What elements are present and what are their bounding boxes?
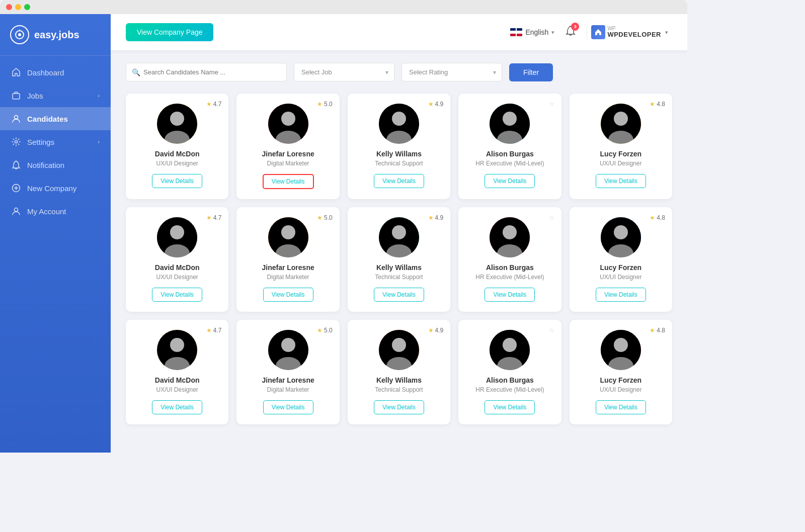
avatar xyxy=(157,217,197,257)
notification-badge: 3 xyxy=(571,23,579,31)
candidates-row-1: ★4.7 David McDon UX/UI Designer View Det… xyxy=(126,94,672,199)
svg-point-1 xyxy=(18,33,21,36)
candidate-role: Digital Marketer xyxy=(267,274,309,281)
company-name-block: WP WPDEVELOPER xyxy=(607,26,661,38)
window-chrome xyxy=(0,0,687,14)
svg-point-47 xyxy=(392,338,406,352)
svg-point-32 xyxy=(392,225,406,239)
notification-label: Notification xyxy=(27,161,64,169)
candidates-icon xyxy=(11,114,21,124)
sidebar-item-candidates[interactable]: Candidates xyxy=(0,107,111,130)
candidate-name: Kelly Willams xyxy=(376,376,422,384)
svg-point-50 xyxy=(503,338,517,352)
view-details-button[interactable]: View Details xyxy=(152,288,202,302)
avatar xyxy=(157,104,197,144)
avatar-svg xyxy=(490,104,530,144)
candidate-role: Technical Support xyxy=(375,274,423,281)
svg-point-23 xyxy=(614,112,628,126)
view-details-button[interactable]: View Details xyxy=(152,174,202,188)
candidate-role: Technical Support xyxy=(375,386,423,393)
flag-icon xyxy=(510,28,522,36)
card-rating: ★4.8 xyxy=(650,214,665,221)
search-wrapper: 🔍 xyxy=(126,63,287,81)
star-icon: ★ xyxy=(206,214,212,221)
avatar xyxy=(268,104,308,144)
language-selector[interactable]: English ▾ xyxy=(510,28,554,36)
view-details-button[interactable]: View Details xyxy=(485,174,535,188)
sidebar-item-notification[interactable]: Notification xyxy=(0,153,111,176)
view-details-button[interactable]: View Details xyxy=(152,400,202,414)
avatar xyxy=(601,104,641,144)
rating-value: 5.0 xyxy=(324,327,333,334)
sidebar-item-dashboard[interactable]: Dashboard xyxy=(0,61,111,84)
star-icon: ★ xyxy=(428,101,434,108)
sidebar-item-new-company[interactable]: New Company xyxy=(0,176,111,200)
sidebar-item-jobs[interactable]: Jobs › xyxy=(0,84,111,107)
view-details-button[interactable]: View Details xyxy=(374,400,424,414)
view-details-button[interactable]: View Details xyxy=(263,288,313,302)
avatar-svg xyxy=(268,330,308,370)
logo-area: easy.jobs xyxy=(0,14,111,56)
view-details-button[interactable]: View Details xyxy=(596,400,646,414)
rating-select[interactable]: Select Rating xyxy=(401,63,502,81)
avatar-svg xyxy=(268,217,308,257)
avatar xyxy=(601,217,641,257)
sidebar-item-settings[interactable]: Settings › xyxy=(0,130,111,153)
candidate-name: Alison Burgas xyxy=(486,263,534,272)
rating-value: 4.8 xyxy=(657,327,665,334)
view-details-button[interactable]: View Details xyxy=(485,400,535,414)
close-dot[interactable] xyxy=(6,4,12,10)
candidate-card: ★4.7 David McDon UX/UI Designer View Det… xyxy=(126,320,228,424)
view-details-button[interactable]: View Details xyxy=(374,174,424,188)
content-area: 🔍 Select Job Select Rating Filter ★4.7 xyxy=(111,50,687,453)
job-select[interactable]: Select Job xyxy=(294,63,394,81)
minimize-dot[interactable] xyxy=(15,4,21,10)
view-details-button[interactable]: View Details xyxy=(485,288,535,302)
candidate-card: ★4.7 David McDon UX/UI Designer View Det… xyxy=(126,94,228,199)
svg-point-35 xyxy=(503,225,517,239)
candidate-role: UX/UI Designer xyxy=(156,386,198,393)
rating-value: 4.9 xyxy=(435,101,444,108)
settings-label: Settings xyxy=(27,138,54,146)
maximize-dot[interactable] xyxy=(24,4,30,10)
card-rating: ★4.7 xyxy=(206,214,222,221)
view-details-button[interactable]: View Details xyxy=(596,174,646,188)
view-details-button[interactable]: View Details xyxy=(263,174,314,189)
card-rating: ★4.9 xyxy=(428,327,444,334)
svg-point-5 xyxy=(15,141,18,143)
notification-button[interactable]: 3 xyxy=(565,25,577,39)
candidate-role: UX/UI Designer xyxy=(600,274,641,281)
rating-value: 4.8 xyxy=(657,101,665,108)
candidate-card: ★4.9 Kelly Willams Technical Support Vie… xyxy=(348,207,450,312)
jobs-label: Jobs xyxy=(27,92,43,100)
candidate-name: Lucy Forzen xyxy=(600,376,641,384)
rating-value: 5.0 xyxy=(324,101,333,108)
candidates-label: Candidates xyxy=(27,115,68,123)
star-icon: ★ xyxy=(317,214,323,221)
view-details-button[interactable]: View Details xyxy=(374,288,424,302)
rating-value: 4.9 xyxy=(435,327,444,334)
company-selector[interactable]: WP WPDEVELOPER ▾ xyxy=(587,23,672,41)
company-name: WPDEVELOPER xyxy=(607,31,661,38)
candidate-card: ★5.0 Jinefar Loresne Digital Marketer Vi… xyxy=(236,94,339,199)
card-rating: ★4.8 xyxy=(650,101,665,108)
sidebar-item-my-account[interactable]: My Account xyxy=(0,200,111,223)
filter-button[interactable]: Filter xyxy=(509,63,553,81)
svg-point-53 xyxy=(614,338,628,352)
language-chevron: ▾ xyxy=(551,29,554,36)
candidate-card: ☆ Alison Burgas HR Executive (Mid-Level)… xyxy=(458,94,561,199)
candidate-role: HR Executive (Mid-Level) xyxy=(475,386,544,393)
logo-text: easy.jobs xyxy=(34,29,79,41)
dashboard-label: Dashboard xyxy=(27,68,64,77)
company-logo xyxy=(591,25,605,39)
candidate-name: David McDon xyxy=(155,263,200,272)
view-details-button[interactable]: View Details xyxy=(263,400,313,414)
search-input[interactable] xyxy=(126,63,287,81)
view-details-button[interactable]: View Details xyxy=(596,288,646,302)
candidate-card: ★4.7 David McDon UX/UI Designer View Det… xyxy=(126,207,228,312)
candidate-role: Technical Support xyxy=(375,160,423,167)
candidate-role: UX/UI Designer xyxy=(600,160,641,167)
avatar xyxy=(268,217,308,257)
view-company-button[interactable]: View Company Page xyxy=(126,23,213,41)
avatar xyxy=(379,217,419,257)
